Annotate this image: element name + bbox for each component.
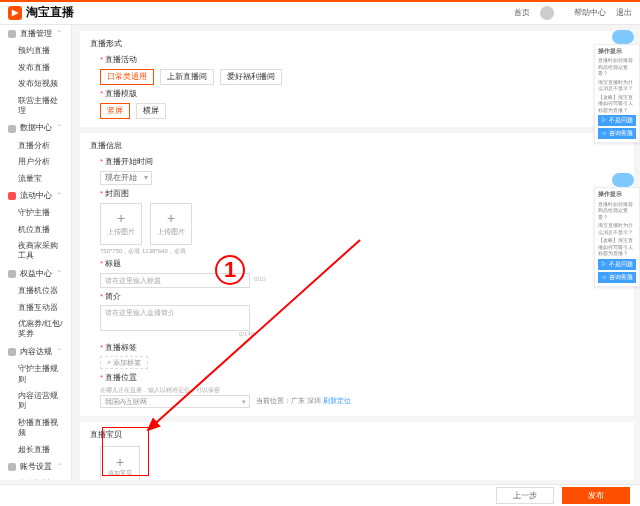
sidebar-item[interactable]: 个人资料 (0, 476, 71, 480)
plus-icon: + (116, 455, 124, 469)
sidebar-sec-compliance[interactable]: 内容达规⌃ (0, 343, 71, 361)
sidebar-item[interactable]: 直播互动器 (0, 300, 71, 316)
opt-activity[interactable]: 爱好福利播间 (220, 69, 282, 85)
sidebar-item[interactable]: 流量宝 (0, 171, 71, 187)
nav-logout[interactable]: 退出 (616, 8, 632, 18)
opt-scene[interactable]: 横屏 (136, 103, 166, 119)
upload-cover-1[interactable]: +上传图片 (100, 203, 142, 245)
sidebar: 直播管理⌃ 预约直播 发布直播 发布短视频 联营主播处理 数据中心⌃ 直播分析 … (0, 25, 72, 480)
prev-button[interactable]: 上一步 (496, 487, 554, 504)
select-starttime[interactable]: 现在开始 (100, 171, 152, 185)
sidebar-item[interactable]: 内容运营规则 (0, 388, 71, 415)
topbar: ▶ 淘宝直播 首页 帮助中心 退出 (0, 2, 640, 25)
help-not-issue-button[interactable]: ▷ 不是问题 (598, 115, 636, 126)
help-contact-button[interactable]: ☺ 咨询客服 (598, 272, 636, 283)
sidebar-item[interactable]: 夜商家采购工具 (0, 238, 71, 265)
label-activity: 直播活动 (100, 55, 624, 65)
card-title: 直播形式 (90, 39, 624, 49)
opt-scene[interactable]: 竖屏 (100, 103, 130, 119)
select-location[interactable]: 我国内互联网 (100, 395, 250, 408)
textarea-intro[interactable]: 请在这里输入直播简介 (100, 305, 250, 331)
label-intro: 简介 (100, 292, 624, 302)
label-tag: 直播标签 (100, 343, 624, 353)
add-tag-button[interactable]: + 添加标签 (100, 356, 148, 369)
sidebar-item[interactable]: 守护主播 (0, 205, 71, 221)
opt-activity[interactable]: 上新直播间 (160, 69, 214, 85)
title-count: 0/10 (254, 276, 266, 284)
logo-text: 淘宝直播 (26, 5, 74, 21)
sidebar-item[interactable]: 守护主播规则 (0, 361, 71, 388)
sidebar-item[interactable]: 直播机位器 (0, 283, 71, 299)
card-info: 直播信息 直播开始时间 现在开始 封面图 +上传图片 +上传图片 750*750… (80, 133, 634, 416)
label-title: 标题 (100, 259, 624, 269)
upload-cover-2[interactable]: +上传图片 (150, 203, 192, 245)
nav-help[interactable]: 帮助中心 (574, 8, 606, 18)
help-card: 操作提示 直播时如何推荐商品给观众查看？ 淘宝直播时为什么消息不显示？ 【攻略】… (594, 44, 640, 143)
sidebar-item[interactable]: 联营主播处理 (0, 93, 71, 120)
sidebar-item[interactable]: 机位直播 (0, 222, 71, 238)
help-not-issue-button[interactable]: ▷ 不是问题 (598, 259, 636, 270)
card-title: 直播信息 (90, 141, 624, 151)
sidebar-item[interactable]: 发布短视频 (0, 76, 71, 92)
sidebar-item[interactable]: 直播分析 (0, 138, 71, 154)
plus-icon: + (117, 211, 125, 225)
sidebar-item[interactable]: 秒播直播视频 (0, 415, 71, 442)
logo-icon: ▶ (8, 6, 22, 20)
plus-icon: + (167, 211, 175, 225)
help-contact-button[interactable]: ☺ 咨询客服 (598, 128, 636, 139)
help-cloud-icon (612, 30, 634, 44)
input-title[interactable]: 请在这里输入标题 (100, 273, 250, 288)
bottombar: 上一步 发布 (0, 484, 640, 506)
nav-home[interactable]: 首页 (514, 8, 530, 18)
sidebar-sec-live[interactable]: 直播管理⌃ (0, 25, 71, 43)
sidebar-sec-rights[interactable]: 权益中心⌃ (0, 265, 71, 283)
card-title: 直播宝贝 (90, 430, 624, 440)
sidebar-item[interactable]: 预约直播 (0, 43, 71, 59)
label-location: 直播位置 (100, 373, 624, 383)
label-cover: 封面图 (100, 189, 624, 199)
main-content: 直播形式 直播活动 日常类通用 上新直播间 爱好福利播间 直播模版 竖屏 横屏 … (72, 25, 640, 480)
sidebar-item[interactable]: 超长直播 (0, 442, 71, 458)
add-product-button[interactable]: + 添加宝贝 (100, 446, 140, 480)
sidebar-item[interactable]: 用户分析 (0, 154, 71, 170)
cover-note: 750*750，必填 1138*640，必填 (100, 248, 624, 256)
label-scene: 直播模版 (100, 89, 624, 99)
help-cloud-icon (612, 173, 634, 187)
label-starttime: 直播开始时间 (100, 157, 624, 167)
sidebar-item[interactable]: 发布直播 (0, 60, 71, 76)
sidebar-sec-flow[interactable]: 流动中心⌃ (0, 187, 71, 205)
sidebar-item[interactable]: 优惠券/红包/奖券 (0, 316, 71, 343)
logo: ▶ 淘宝直播 (8, 5, 74, 21)
opt-activity[interactable]: 日常类通用 (100, 69, 154, 85)
refresh-location-link[interactable]: 刷新定位 (323, 397, 351, 404)
help-column: 操作提示 直播时如何推荐商品给观众查看？ 淘宝直播时为什么消息不显示？ 【攻略】… (594, 30, 640, 287)
sidebar-sec-account[interactable]: 账号设置⌃ (0, 458, 71, 476)
submit-button[interactable]: 发布 (562, 487, 630, 504)
loc-note: 在哪儿正在直播，输入以精准定位，可以保密 (100, 387, 624, 395)
intro-count: 0/140 (104, 331, 254, 339)
loc-current: 当前位置：广东 深圳 刷新定位 (256, 397, 351, 405)
sidebar-sec-data[interactable]: 数据中心⌃ (0, 119, 71, 137)
card-format: 直播形式 直播活动 日常类通用 上新直播间 爱好福利播间 直播模版 竖屏 横屏 (80, 31, 634, 127)
card-pocket: 直播宝贝 + 添加宝贝 (80, 422, 634, 480)
help-card: 操作提示 直播时如何推荐商品给观众查看？ 淘宝直播时为什么消息不显示？ 【攻略】… (594, 187, 640, 286)
avatar[interactable] (540, 6, 554, 20)
